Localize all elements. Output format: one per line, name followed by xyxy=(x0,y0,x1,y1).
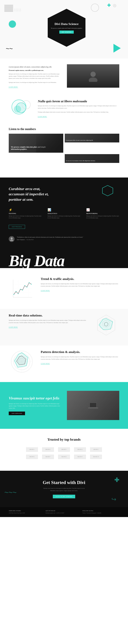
dark-section: Curabitur arcu erat, accumsan id imperdi… xyxy=(0,178,128,251)
circles-visual xyxy=(9,98,32,119)
svg-point-14 xyxy=(29,282,30,283)
footer-bottom: John Doe Studio 1234 Fake Street City, S… xyxy=(0,507,128,517)
brand-4: BRAND 4 xyxy=(74,447,86,452)
teal-cta-image-bg xyxy=(67,391,119,420)
svg-point-10 xyxy=(20,289,21,290)
pattern-section: Pattern detection & analysis. Quisque an… xyxy=(0,346,128,382)
deco-dots xyxy=(14,9,21,11)
features-row: ⚡ Testing Quisque ante lorem in sceleris… xyxy=(9,208,119,219)
teal-cta-button[interactable]: OUR SERVICES xyxy=(9,412,25,415)
svg-rect-42 xyxy=(88,408,98,408)
brand-8: BRAND 8 xyxy=(58,455,70,459)
numbers-card-1: We process complex data into plain and s… xyxy=(9,134,63,153)
trusted-section: Trusted by top brands BRAND 1 BRAND 2 BR… xyxy=(0,429,128,471)
realtime-body: Quisque ante lorem, in scelerisque mi ad… xyxy=(9,319,87,324)
numbers-grid: We process complex data into plain and s… xyxy=(9,134,119,173)
brand-1: BRAND 1 xyxy=(26,447,38,452)
trend-body: Quisque ante lorem, in scelerisque mi ad… xyxy=(41,283,119,287)
svg-point-7 xyxy=(13,294,14,295)
numbers-card-2: Lorem ipsum dolor sit amet consectetur a… xyxy=(65,134,119,153)
radar-visual xyxy=(9,348,35,375)
bigdata-text: Big Data xyxy=(9,254,119,268)
circles-section: Nulla quis lorem ut libero malesuada Qui… xyxy=(0,94,128,123)
info-body2: Quisque ante lorem, in scelerisque mi ad… xyxy=(9,82,61,84)
bigdata-section: Big Data xyxy=(0,251,128,268)
pattern-heading: Pattern detection & analysis. xyxy=(41,350,119,354)
svg-rect-41 xyxy=(90,403,96,407)
svg-point-4 xyxy=(10,240,13,241)
feature-monitoring-title: Monitoring xyxy=(86,213,119,214)
circles-text: Nulla quis lorem ut libero malesuada Qui… xyxy=(38,99,119,118)
testimonial-content: "Vestibulum ac diam sit amet quam vehicu… xyxy=(17,236,83,240)
numbers-card-3: At vero eos et accusamus et iusto odio d… xyxy=(65,154,119,173)
deco-circle-outline xyxy=(91,4,99,12)
trusted-heading: Trusted by top brands xyxy=(9,438,119,442)
feature-testing-title: Testing xyxy=(9,213,42,214)
svg-point-13 xyxy=(27,287,27,287)
feature-testing: ⚡ Testing Quisque ante lorem in sceleris… xyxy=(9,208,42,219)
svg-point-3 xyxy=(11,238,13,240)
hero-section: ✚ ◎ 〜〜 Divi Data Science We process comp… xyxy=(0,0,128,58)
brands-row-2: BRAND 6 BRAND 7 BRAND 8 BRAND 9 BRAND 10 xyxy=(9,455,119,459)
hero-cta-button[interactable]: GET STARTED xyxy=(59,30,74,34)
svg-point-1 xyxy=(89,78,97,82)
teal-cta-section: Vivamus suscipit tortor eget felis Quisq… xyxy=(0,382,128,429)
numbers-section: Listen to the numbers We process complex… xyxy=(0,123,128,178)
avatar-icon xyxy=(10,237,13,241)
footer-col-1: John Doe Studio 1234 Fake Street City, S… xyxy=(9,510,46,514)
pattern-learn-more[interactable]: LEARN MORE xyxy=(41,363,50,365)
brand-5: BRAND 5 xyxy=(90,447,102,452)
circles-heading: Nulla quis lorem ut libero malesuada xyxy=(38,99,119,104)
footer-col-3-heading: Follow Along xyxy=(82,510,119,512)
our-process-button[interactable]: OUR PROCESS xyxy=(9,225,25,229)
teal-cta-text: Vivamus suscipit tortor eget felis Quisq… xyxy=(9,396,61,415)
realtime-section: Real-time data solutions. Quisque ante l… xyxy=(0,309,128,346)
svg-point-12 xyxy=(24,285,25,286)
feature-testing-body: Quisque ante lorem in scelerisque mi adi… xyxy=(9,215,42,219)
feature-analytics-title: Analytics xyxy=(48,213,81,214)
deco-cross-icon: ✚ xyxy=(107,3,111,8)
circles-learn-more[interactable]: LEARN MORE xyxy=(38,116,47,118)
trend-visual xyxy=(9,276,35,302)
circle-outline xyxy=(22,100,31,109)
trend-text: Trend & traffic analysis. Quisque ante l… xyxy=(41,276,119,292)
hexagon-visual xyxy=(93,312,119,338)
laptop-icon xyxy=(87,400,99,411)
info-section: Lorem ipsum dolor sit amet, consectetur … xyxy=(0,58,128,94)
footer-col-2: Get in Touch hello@example.com +1 (555) … xyxy=(46,510,82,514)
info-heading: Lorem ipsum dolor sit amet, consectetur … xyxy=(9,66,61,68)
brand-7: BRAND 7 xyxy=(42,455,54,459)
trend-learn-more[interactable]: LEARN MORE xyxy=(41,290,50,292)
hex-outline-deco xyxy=(102,185,114,196)
footer-col-3-text: Twitter / Facebook Instagram / LinkedIn xyxy=(82,512,119,514)
footer-col-1-heading: John Doe Studio xyxy=(9,510,46,512)
info-subheading: Praesent sapien massa, convallis a pelle… xyxy=(9,69,61,72)
numbers-card-2-text: Lorem ipsum dolor sit amet consectetur a… xyxy=(66,140,93,141)
deco-triangle-icon xyxy=(114,44,121,52)
footer-col-2-text: hello@example.com +1 (555) 123-4567 xyxy=(46,512,82,514)
deco-wave-icon: 〜〜 xyxy=(6,46,13,51)
svg-point-0 xyxy=(90,72,96,77)
footer-col-3: Follow Along Twitter / Facebook Instagra… xyxy=(82,510,119,514)
feature-analytics-body: Quisque ante lorem in scelerisque mi adi… xyxy=(48,215,81,219)
brand-2: BRAND 2 xyxy=(42,447,54,452)
footer-cta-button[interactable]: CLICK TO GET STARTED xyxy=(53,495,75,498)
deco-stripes xyxy=(4,4,13,12)
numbers-heading: Listen to the numbers xyxy=(9,128,119,131)
footer-col-2-heading: Get in Touch xyxy=(46,510,82,512)
teal-cta-image xyxy=(67,391,119,420)
footer-content: Get Started with Divi Quisque ante lorem… xyxy=(9,480,119,498)
pattern-body: Quisque ante lorem, in scelerisque mi ad… xyxy=(41,356,119,360)
brand-3: BRAND 3 xyxy=(58,447,70,452)
footer-title: Get Started with Divi xyxy=(43,480,85,486)
svg-point-8 xyxy=(16,291,16,292)
trend-heading: Trend & traffic analysis. xyxy=(41,277,119,281)
info-learn-more[interactable]: LEARN MORE xyxy=(9,86,18,88)
svg-marker-2 xyxy=(102,186,113,196)
numbers-right-cards: Lorem ipsum dolor sit amet consectetur a… xyxy=(65,134,119,173)
realtime-learn-more[interactable]: LEARN MORE xyxy=(9,326,18,328)
circle-small xyxy=(14,106,21,113)
info-text: Lorem ipsum dolor sit amet, consectetur … xyxy=(9,64,61,88)
footer-col-1-text: 1234 Fake Street City, State 12345 xyxy=(9,512,46,514)
hero-hexagon: Divi Data Science We process complex pla… xyxy=(48,9,85,47)
